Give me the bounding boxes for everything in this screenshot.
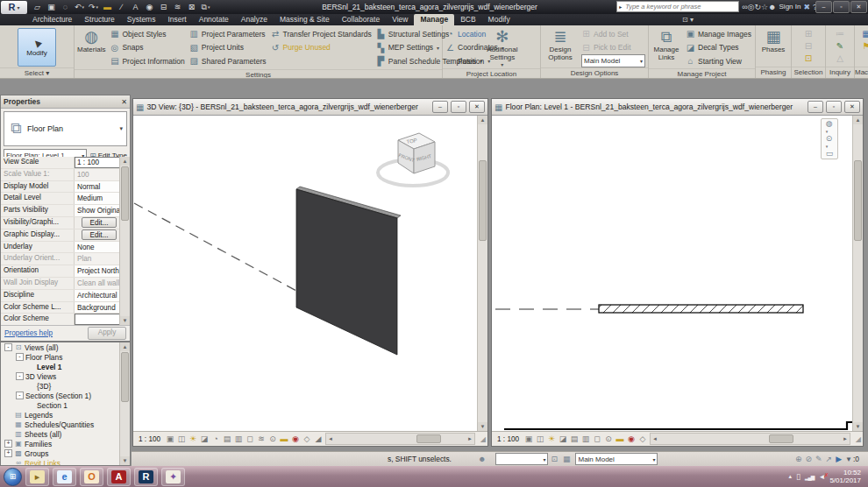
property-value[interactable] <box>75 314 122 325</box>
view-control-icon[interactable]: ▬ <box>279 434 289 444</box>
view-control-icon[interactable]: ☀ <box>546 434 557 444</box>
ribbon-button[interactable]: ⊞ Add to Set <box>581 27 645 41</box>
tree-expander-icon[interactable]: - <box>16 353 24 361</box>
view-control-icon[interactable]: ◪ <box>199 434 210 444</box>
view-control-icon[interactable]: ◉ <box>290 434 301 444</box>
property-row[interactable]: Visibility/Graphi... Edit... <box>1 217 122 229</box>
view-control-icon[interactable]: ▣ <box>165 434 175 444</box>
tree-item[interactable]: - Floor Plans <box>1 352 130 362</box>
qat-button[interactable]: A <box>129 2 142 13</box>
selection-tool-icon[interactable]: ⊞ <box>802 28 815 39</box>
section-line[interactable] <box>504 422 852 429</box>
tree-item[interactable]: ▥ Sheets (all) <box>1 429 130 439</box>
qat-button[interactable]: ⊟ <box>157 2 170 13</box>
property-value[interactable]: Clean all wall j... <box>75 278 122 289</box>
property-row[interactable]: View Scale 1 : 100 <box>1 157 122 169</box>
design-options-button[interactable]: ≣ Design Options <box>544 27 577 61</box>
ribbon-button[interactable]: ⌂ Position <box>445 54 504 68</box>
qat-button[interactable]: ▱ <box>31 2 44 13</box>
tree-expander-icon[interactable]: - <box>16 392 24 399</box>
ribbon-tab[interactable]: Insert <box>161 14 192 25</box>
infocenter-icon[interactable]: ↻ <box>754 3 761 11</box>
reference-plane-line[interactable] <box>134 203 296 291</box>
tree-item[interactable]: {3D} <box>1 381 130 391</box>
qat-button[interactable]: ↷ <box>87 2 100 13</box>
scroll-up-icon[interactable]: ▲ <box>478 116 487 124</box>
close-icon[interactable]: ✕ <box>121 98 127 106</box>
start-button[interactable]: ⊞ <box>4 468 22 486</box>
close-button[interactable]: ✕ <box>469 101 485 113</box>
navigation-tool-icon[interactable]: ⊙ <box>826 134 834 144</box>
tree-item[interactable]: ∞ Revit Links <box>1 458 130 466</box>
view-control-icon[interactable]: ≋ <box>256 434 267 444</box>
inquiry-tool-icon[interactable]: △ <box>834 53 846 64</box>
ribbon-button[interactable]: ↺ Purge Unused <box>271 41 372 55</box>
property-row[interactable]: Detail Level Medium <box>1 193 122 205</box>
resize-grip[interactable]: ◢ <box>852 435 863 443</box>
maximize-button[interactable]: ▫ <box>826 101 842 113</box>
3d-horizontal-scrollbar[interactable]: ◄ ► <box>325 433 475 445</box>
ribbon-button[interactable]: ▤ Project Information <box>110 54 184 68</box>
property-value[interactable]: Normal <box>75 181 122 193</box>
infocenter-icon[interactable]: ☻ <box>768 3 776 11</box>
modify-button[interactable]: ▲ Modify <box>18 28 56 67</box>
worksets-icon[interactable]: ⊡ <box>551 455 558 463</box>
selection-control-icon[interactable]: ⊕ <box>795 455 802 463</box>
scroll-right-icon[interactable]: ► <box>466 436 474 441</box>
tree-item[interactable]: + ▣ Families <box>1 439 130 448</box>
navigation-tool-icon[interactable]: ◍ <box>826 119 834 129</box>
ribbon-tab[interactable]: Annotate <box>193 14 235 25</box>
view-control-icon[interactable]: ◇ <box>302 434 312 444</box>
properties-title-bar[interactable]: Properties ✕ <box>1 95 130 109</box>
property-row[interactable]: Scale Value 1: 100 <box>1 169 122 181</box>
infocenter-icon[interactable]: ☆ <box>761 3 768 11</box>
ribbon-tab[interactable]: View <box>386 14 414 25</box>
taskbar-app-button[interactable]: O <box>80 468 103 486</box>
view-control-icon[interactable]: ◫ <box>535 434 545 444</box>
tree-item[interactable]: ▦ Schedules/Quantities <box>1 420 130 429</box>
selection-tool-icon[interactable]: ⊟ <box>802 40 815 52</box>
ribbon-tab[interactable]: Manage <box>414 14 454 25</box>
qat-button[interactable]: ↶ <box>73 2 86 13</box>
materials-button[interactable]: ◍ Materials <box>77 27 105 54</box>
scroll-right-icon[interactable]: ► <box>841 436 850 441</box>
3d-canvas[interactable]: TOP FRONT RIGHT <box>133 116 477 431</box>
property-row[interactable]: Underlay None <box>1 242 122 254</box>
selection-control-icon[interactable]: ▶ <box>836 455 842 463</box>
view-control-icon[interactable]: ▣ <box>523 434 534 444</box>
panel-label-select[interactable]: Select ▾ <box>0 67 74 78</box>
design-options-icon[interactable]: ▦ <box>563 455 571 463</box>
scale-button[interactable]: 1 : 100 <box>492 435 523 443</box>
sign-in-button[interactable]: Sign In <box>779 3 801 11</box>
view-control-icon[interactable]: ☀ <box>188 434 198 444</box>
speaker-muted-icon[interactable]: ◄ ✗ <box>818 473 825 481</box>
view-control-icon[interactable]: ⊙ <box>603 434 614 444</box>
tree-expander-icon[interactable]: - <box>4 343 12 351</box>
qat-button[interactable]: ∕ <box>115 2 128 13</box>
tree-item[interactable]: - 3D Views <box>1 371 130 381</box>
ribbon-tab[interactable]: Modify <box>482 14 516 25</box>
qat-button[interactable]: ⧉ <box>199 2 212 13</box>
tree-item[interactable]: - Sections (Section 1) <box>1 391 130 400</box>
tree-expander-icon[interactable]: + <box>4 440 12 448</box>
property-value[interactable]: Edit... <box>82 229 117 240</box>
view-control-icon[interactable]: ◻ <box>245 434 255 444</box>
ribbon-button[interactable]: ▥ Project Parameters <box>189 27 267 41</box>
scrollbar-thumb[interactable] <box>121 166 129 221</box>
ribbon-button[interactable]: ▣ Manage Images <box>686 27 751 41</box>
scroll-down-icon[interactable]: ▼ <box>120 316 130 325</box>
manage-links-button[interactable]: ⧉ Manage Links <box>651 27 681 61</box>
property-row[interactable]: Display Model Normal <box>1 181 122 194</box>
plan-canvas[interactable]: ◍▾⊙▾▭ <box>492 116 852 431</box>
plan-vertical-scrollbar[interactable]: ▲ ▼ <box>852 116 863 431</box>
qat-button[interactable]: ⊠ <box>185 2 198 13</box>
battery-icon[interactable]: ▯ <box>796 472 800 481</box>
property-value[interactable]: Show Original <box>75 205 122 216</box>
view-control-icon[interactable]: ◫ <box>176 434 187 444</box>
editable-only-icon[interactable]: ☻ <box>478 455 486 463</box>
properties-help-link[interactable]: Properties help <box>4 329 53 337</box>
qat-button[interactable]: ▬ <box>101 2 114 13</box>
scrollbar-thumb[interactable] <box>854 160 862 241</box>
ribbon-button[interactable]: ▦ Object Styles <box>110 27 184 41</box>
ribbon-button[interactable]: ◎ Snaps <box>110 41 184 55</box>
